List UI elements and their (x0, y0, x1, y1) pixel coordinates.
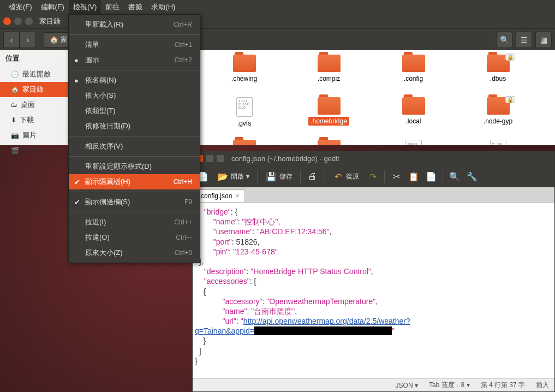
gedit-statusbar: JSON ▾ Tab 寬度：8 ▾ 第 4 行第 37 字 插入 (193, 378, 554, 391)
tab-label: config.json (201, 192, 232, 200)
folder-icon (233, 140, 256, 145)
status-tab-width[interactable]: Tab 寬度：8 ▾ (429, 381, 470, 390)
file-item[interactable]: # ~/.ba # wher (456, 139, 540, 145)
close-button[interactable] (3, 17, 11, 25)
camera-icon: 📷 (11, 132, 19, 139)
separator (69, 34, 200, 35)
list-view-button[interactable]: ☰ (516, 32, 532, 48)
menu-file[interactable]: 檔案(F) (4, 0, 37, 14)
menu-go[interactable]: 前往 (101, 0, 124, 14)
status-insert-mode: 插入 (536, 381, 549, 390)
folder-icon (487, 97, 510, 115)
undo-button[interactable]: ↶復原 (330, 169, 361, 183)
search-button[interactable]: 🔍 (496, 32, 512, 48)
print-icon[interactable]: 🖨 (306, 170, 318, 182)
menu-edit[interactable]: 編輯(E) (37, 0, 69, 14)
open-button[interactable]: 📂開啟 ▾ (214, 169, 252, 183)
fm-sidebar: 位置 🕒最近開啟 🏠家目錄 🗂桌面 ⬇下載 📷圖片 🎬影片 (0, 50, 71, 145)
separator (300, 170, 301, 183)
code-editor[interactable]: "bridge": { "name": "控制中心", "username": … (193, 203, 554, 378)
view-menu-dropdown: 重新載入(R)Ctrl+R 清單Ctrl+1 ●圖示Ctrl+2 ●依名稱(N)… (68, 14, 200, 263)
menu-show-sidebar[interactable]: ✔顯示側邊欄(S)F9 (69, 194, 200, 210)
maximize-button[interactable] (217, 155, 224, 162)
folder-item[interactable]: .node-gyp (456, 96, 540, 139)
paste-icon[interactable]: 📄 (425, 170, 437, 182)
folder-item[interactable] (202, 139, 287, 145)
file-item[interactable]: 1 10 1 01 1011 0110.gvfs (202, 96, 287, 139)
menu-zoom-in[interactable]: 拉近(I)Ctrl++ (69, 215, 200, 230)
search-icon[interactable]: 🔍 (449, 170, 461, 182)
folder-icon (402, 55, 425, 72)
forward-button[interactable]: › (20, 32, 36, 48)
separator (69, 136, 200, 136)
menu-by-name[interactable]: ●依名稱(N) (69, 73, 200, 88)
menu-bookmarks[interactable]: 書籤 (124, 0, 147, 14)
folder-item[interactable]: .compiz (287, 54, 371, 96)
replace-icon[interactable]: 🔧 (466, 170, 478, 182)
grid-view-button[interactable]: ▦ (535, 32, 552, 48)
menu-by-size[interactable]: 依大小(S) (69, 88, 200, 103)
separator (324, 170, 324, 183)
gedit-toolbar: 📄 📂開啟 ▾ 💾儲存 🖨 ↶復原 ↷ ✂ 📋 📄 🔍 🔧 (193, 165, 554, 187)
save-button[interactable]: 💾儲存 (263, 169, 295, 183)
folder-item[interactable]: .local (371, 96, 456, 139)
cut-icon[interactable]: ✂ (390, 170, 402, 182)
menu-by-date[interactable]: 依修改日期(D) (69, 118, 200, 134)
sidebar-item-videos[interactable]: 🎬影片 (0, 143, 70, 158)
file-icon: # ~/.ba # wher (490, 140, 506, 145)
separator (69, 192, 200, 192)
check-icon: ✔ (74, 198, 80, 206)
minimize-button[interactable] (14, 17, 22, 25)
status-language[interactable]: JSON ▾ (396, 382, 418, 389)
status-cursor-position: 第 4 行第 37 字 (481, 381, 525, 390)
menu-list[interactable]: 清單Ctrl+1 (69, 37, 200, 52)
menu-reload[interactable]: 重新載入(R)Ctrl+R (69, 17, 200, 32)
maximize-button[interactable] (25, 17, 33, 25)
back-button[interactable]: ‹ (3, 32, 20, 48)
folder-icon (318, 55, 341, 72)
separator (69, 156, 200, 157)
file-item[interactable]: sudo p sudo g exit (371, 139, 456, 145)
menu-reset-display[interactable]: 重新設定顯示模式(D) (69, 159, 200, 174)
separator (69, 212, 200, 212)
sidebar-item-recent[interactable]: 🕒最近開啟 (0, 67, 70, 82)
sidebar-item-downloads[interactable]: ⬇下載 (0, 112, 70, 128)
check-icon: ✔ (74, 178, 80, 186)
folder-item[interactable] (287, 139, 371, 145)
redo-icon[interactable]: ↷ (367, 170, 379, 182)
folder-icon (318, 97, 341, 115)
copy-icon[interactable]: 📋 (408, 170, 420, 182)
folder-item-selected[interactable]: .homebridge (287, 96, 371, 139)
folder-item[interactable]: .chewing (202, 54, 287, 96)
sidebar-item-home[interactable]: 🏠家目錄 (0, 82, 70, 97)
close-tab-icon[interactable]: × (235, 192, 239, 200)
menu-zoom-out[interactable]: 拉遠(O)Ctrl+- (69, 230, 200, 245)
sidebar-item-desktop[interactable]: 🗂桌面 (0, 97, 70, 112)
minimize-button[interactable] (206, 155, 213, 162)
menu-reverse[interactable]: 相反次序(V) (69, 139, 200, 154)
tab-config-json[interactable]: config.json × (195, 189, 245, 202)
file-icon: 1 10 1 01 1011 0110 (236, 97, 253, 117)
folder-icon (487, 55, 510, 72)
separator (69, 70, 200, 70)
separator (443, 170, 443, 183)
menu-zoom-reset[interactable]: 原來大小(Z)Ctrl+0 (69, 245, 200, 260)
open-icon: 📂 (217, 170, 229, 182)
download-icon: ⬇ (11, 116, 16, 124)
folder-icon (402, 97, 425, 115)
sidebar-item-pictures[interactable]: 📷圖片 (0, 128, 70, 143)
gedit-window: config.json (~/.homebridge) - gedit 📄 📂開… (192, 151, 555, 392)
folder-icon: 🗂 (11, 101, 17, 109)
folder-item[interactable]: .config (371, 54, 456, 96)
menu-help[interactable]: 求助(H) (147, 0, 180, 14)
gedit-tab-bar: config.json × (193, 187, 554, 203)
home-icon: 🏠 (50, 35, 58, 44)
menu-show-hidden[interactable]: ✔顯示隱藏檔(H)Ctrl+H (69, 174, 200, 189)
menu-icons[interactable]: ●圖示Ctrl+2 (69, 52, 200, 68)
window-title: config.json (~/.homebridge) - gedit (231, 155, 339, 163)
menu-by-type[interactable]: 依類型(T) (69, 103, 200, 118)
clock-icon: 🕒 (11, 70, 19, 78)
folder-item[interactable]: .dbus (456, 54, 540, 96)
menu-view[interactable]: 檢視(V) (69, 0, 101, 14)
radio-icon: ● (74, 56, 79, 64)
